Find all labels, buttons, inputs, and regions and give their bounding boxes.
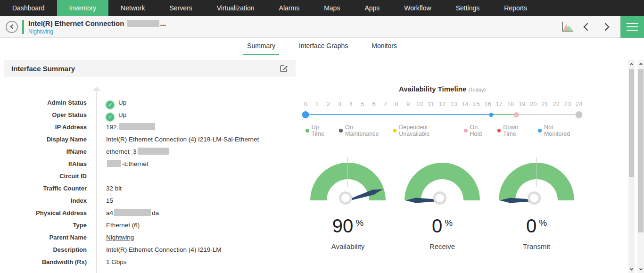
field-label: Oper Status xyxy=(4,109,87,121)
field-row-display-name: Display Name Intel(R) Ethernet Connectio… xyxy=(4,133,296,146)
hour-label: 13 xyxy=(450,100,457,108)
hour-label: 16 xyxy=(484,100,491,108)
prev-device-button[interactable] xyxy=(584,23,592,31)
nav-reports[interactable]: Reports xyxy=(492,0,539,16)
gauge-label: Availability xyxy=(305,242,390,250)
hour-label: 10 xyxy=(416,100,422,108)
field-list: Admin Status ✓Up Oper Status ✓Up IP Addr… xyxy=(4,97,296,268)
field-label: IfName xyxy=(4,146,87,158)
hour-label: 3 xyxy=(338,100,341,108)
status-up-icon: ✓ xyxy=(106,113,114,121)
chevron-up-icon xyxy=(639,63,642,66)
parent-name-link[interactable]: Nightwing xyxy=(106,234,134,241)
nav-dashboard[interactable]: Dashboard xyxy=(0,0,57,16)
hour-label: 5 xyxy=(361,100,364,108)
inner-scrollbar[interactable] xyxy=(628,60,635,273)
hour-label: 24 xyxy=(576,100,582,108)
top-nav: Dashboard Inventory Network Servers Virt… xyxy=(0,0,644,16)
field-value: 192. xyxy=(106,121,156,133)
gauges-row: 90% Availability 0% Receive 0% Transmit xyxy=(305,163,579,250)
nav-apps[interactable]: Apps xyxy=(352,0,392,16)
hour-label: 1 xyxy=(315,100,319,108)
hour-label: 21 xyxy=(541,100,548,108)
hour-label: 22 xyxy=(553,100,559,108)
scrollbar-thumb[interactable] xyxy=(629,69,634,177)
field-label: Description xyxy=(4,244,87,256)
field-value: Intel(R) Ethernet Connection (4) I219-LM xyxy=(106,244,222,256)
app-window: Dashboard Inventory Network Servers Virt… xyxy=(0,0,644,273)
field-value: a4da xyxy=(106,207,159,219)
nav-workflow[interactable]: Workflow xyxy=(392,0,443,16)
timeline-subtitle: (Today) xyxy=(468,87,486,92)
tab-interface-graphs[interactable]: Interface Graphs xyxy=(295,38,352,55)
next-device-button[interactable] xyxy=(602,23,610,31)
timeline-marker xyxy=(302,111,309,118)
timeline-segment xyxy=(516,114,579,115)
scroll-up-button[interactable] xyxy=(628,60,635,67)
nav-settings[interactable]: Settings xyxy=(444,0,492,16)
accent-bar xyxy=(22,20,24,34)
timeline-legend: Up Time On Maintenance Dependent Unavail… xyxy=(305,124,579,137)
menu-button[interactable] xyxy=(620,16,644,38)
legend-dependent-unavailable: Dependent Unavailable xyxy=(393,124,457,137)
hour-label: 23 xyxy=(564,100,571,108)
field-row-ifalias: IfAlias -Ethernet xyxy=(4,158,296,170)
nav-virtualization[interactable]: Virtualization xyxy=(205,0,267,16)
nav-network[interactable]: Network xyxy=(108,0,157,16)
field-row-circuit-id: Circuit ID xyxy=(4,170,296,182)
panel-title: Interface Summary xyxy=(11,65,280,73)
field-value: Ethernet (6) xyxy=(106,219,140,232)
gauge-receive: 0% Receive xyxy=(400,163,485,250)
scrollbar-thumb[interactable] xyxy=(638,69,644,232)
nav-servers[interactable]: Servers xyxy=(157,0,204,16)
gauge-hub xyxy=(528,191,541,205)
hour-label: 7 xyxy=(384,100,387,108)
gauge-hub xyxy=(433,191,446,205)
timeline-marker xyxy=(489,113,493,117)
redacted-text xyxy=(114,209,151,216)
field-value: 32 bit xyxy=(106,182,122,195)
hour-label: 17 xyxy=(496,100,503,108)
field-label: Traffic Counter xyxy=(4,182,87,195)
field-value: ✓Up xyxy=(106,97,126,109)
availability-timeline-panel: Availability Timeline (Today) 0123456789… xyxy=(305,85,579,137)
field-label: IP Address xyxy=(4,121,87,133)
field-label: Display Name xyxy=(4,133,87,146)
legend-dot xyxy=(497,129,501,132)
panel-header: Interface Summary xyxy=(4,60,296,77)
outer-scrollbar[interactable] xyxy=(637,60,644,273)
device-title: Intel(R) Ethernet Connection ... xyxy=(28,19,166,27)
area-chart-icon[interactable] xyxy=(561,21,574,33)
hour-label: 20 xyxy=(530,100,537,108)
redacted-text xyxy=(107,160,121,167)
timeline-segment xyxy=(305,114,491,115)
gauge-tick xyxy=(347,157,348,187)
gauge-availability: 90% Availability xyxy=(305,163,390,250)
field-row-parent-name: Parent Name Nightwing xyxy=(4,232,296,244)
tab-summary[interactable]: Summary xyxy=(243,38,279,55)
scroll-up-button[interactable] xyxy=(637,60,644,67)
chevron-down-icon xyxy=(630,267,633,270)
tab-monitors[interactable]: Monitors xyxy=(368,38,401,55)
nav-maps[interactable]: Maps xyxy=(312,0,352,16)
hamburger-icon xyxy=(627,23,638,24)
scroll-down-button[interactable] xyxy=(637,265,644,273)
field-value: 1 Gbps xyxy=(106,256,127,268)
nav-alarms[interactable]: Alarms xyxy=(267,0,312,16)
legend-up-time: Up Time xyxy=(305,124,332,137)
field-row-oper-status: Oper Status ✓Up xyxy=(4,109,296,121)
hour-label: 0 xyxy=(304,100,307,108)
scroll-down-button[interactable] xyxy=(628,265,635,273)
hour-label: 9 xyxy=(406,100,410,108)
legend-dot xyxy=(339,129,343,132)
field-value: Intel(R) Ethernet Connection (4) I219-LM… xyxy=(106,133,259,146)
nav-inventory[interactable]: Inventory xyxy=(57,0,109,16)
field-label: Type xyxy=(4,219,87,232)
edit-icon[interactable] xyxy=(280,64,288,73)
gauge-hub xyxy=(339,191,352,205)
field-label: Physical Address xyxy=(4,207,87,219)
device-parent-name[interactable]: Nightwing xyxy=(28,28,53,35)
back-button[interactable] xyxy=(6,21,18,33)
collapse-arrow-icon[interactable] xyxy=(92,87,101,91)
legend-not-monitored: Not Monitored xyxy=(538,124,579,137)
